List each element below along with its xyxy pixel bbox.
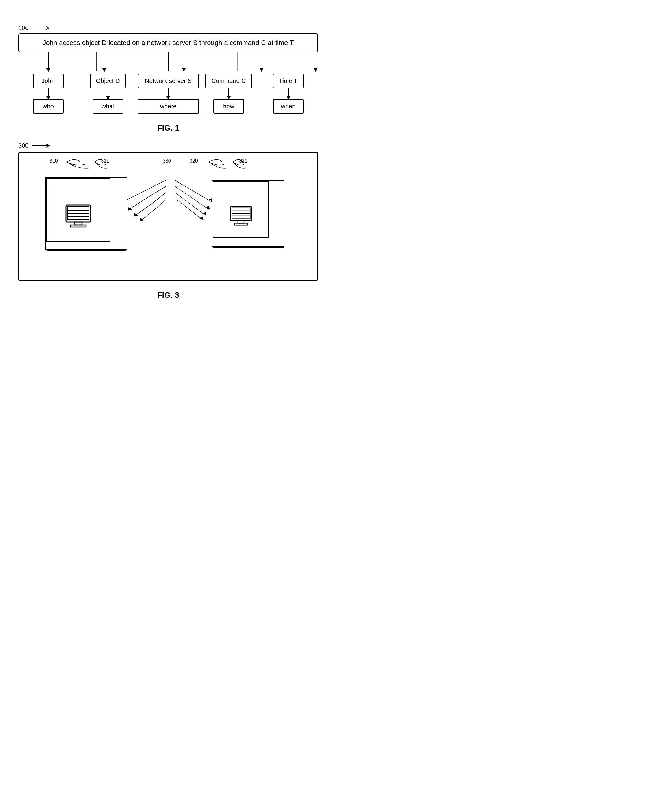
svg-text:320: 320 [190,158,198,164]
arrow-objectd-what [108,88,108,99]
node-john: John [33,74,64,88]
fig3-caption: FIG. 3 [18,290,318,300]
computer-icon-right [228,205,254,231]
svg-text:310: 310 [50,158,58,164]
col-command: Command C how [199,74,258,114]
svg-marker-8 [260,68,263,72]
left-server-group [45,177,137,263]
computer-icon-left [63,204,94,234]
node-how: how [213,99,244,114]
svg-marker-4 [102,68,106,72]
fig1-caption: FIG. 1 [18,123,318,133]
col-time: Time T when [258,74,318,114]
svg-rect-27 [234,223,248,225]
svg-marker-6 [182,68,186,72]
fig3-inner [31,165,305,263]
col-john: John who [18,74,78,114]
sentence-to-level1-arrows [18,52,318,74]
col-network: Network server S where [138,74,199,114]
server-icon-right [228,205,254,232]
node-network: Network server S [138,74,199,88]
svg-text:311: 311 [239,158,248,164]
svg-rect-25 [232,208,250,219]
svg-text:330: 330 [163,158,171,164]
col-objectd: Object D what [78,74,138,114]
label-100: 100 [18,24,318,32]
node-command: Command C [205,74,252,88]
svg-text:311: 311 [101,158,109,164]
arrow-100-icon [30,25,52,32]
label-300: 300 [18,142,318,149]
right-server-group [212,180,291,260]
arrow-network-where [168,88,168,99]
fig1-container: 100 John access object D located on a ne… [18,24,318,133]
svg-marker-2 [46,68,50,72]
node-where: where [138,99,199,114]
level1-row: John who Object D what Network server S … [18,74,318,114]
server-icon-left [63,204,94,236]
svg-marker-10 [314,68,317,72]
fig3-container: 300 310 311 330 320 [18,142,318,300]
arrow-300-icon [30,142,52,149]
node-who: who [33,99,64,114]
node-when: when [273,99,304,114]
fig3-outer-box: 310 311 330 320 311 [18,152,318,281]
node-what: what [93,99,123,114]
svg-rect-20 [70,225,86,227]
arrow-command-how [229,88,229,99]
node-objectd: Object D [90,74,126,88]
node-time: Time T [273,74,304,88]
sentence-box: John access object D located on a networ… [18,34,318,52]
arrow-time-when [288,88,289,99]
arrow-john-who [48,88,49,99]
svg-rect-26 [238,221,244,223]
